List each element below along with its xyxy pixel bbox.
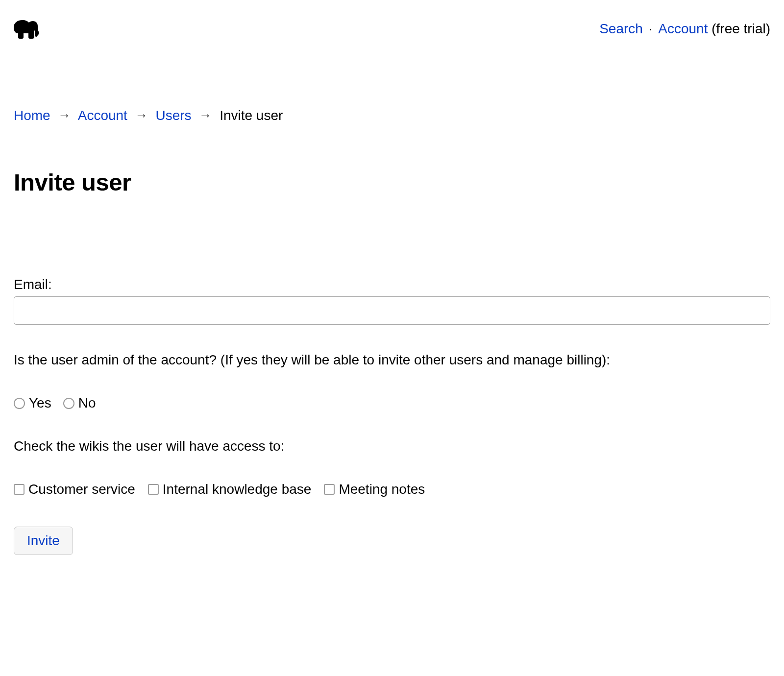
wiki-option-internal-kb[interactable]: Internal knowledge base [148,482,312,497]
admin-question: Is the user admin of the account? (If ye… [14,352,770,368]
admin-no-option[interactable]: No [63,395,96,411]
email-group: Email: [14,277,770,325]
header: Search · Account (free trial) [14,19,770,39]
wiki-label: Internal knowledge base [163,482,312,497]
trial-label-text: (free trial) [711,21,770,36]
wiki-label: Customer service [28,482,135,497]
arrow-icon: → [199,108,212,123]
arrow-icon: → [135,108,148,123]
breadcrumb-users[interactable]: Users [155,108,191,123]
separator: · [649,21,657,36]
wiki-label: Meeting notes [339,482,425,497]
admin-yes-option[interactable]: Yes [14,395,51,411]
admin-yes-label: Yes [29,395,51,411]
account-link[interactable]: Account [658,21,708,36]
wiki-option-customer-service[interactable]: Customer service [14,482,135,497]
email-field[interactable] [14,296,770,325]
breadcrumb: Home → Account → Users → Invite user [14,108,770,123]
search-link[interactable]: Search [599,21,643,36]
breadcrumb-current: Invite user [220,108,283,123]
logo-icon[interactable] [14,19,39,39]
breadcrumb-home[interactable]: Home [14,108,50,123]
wikis-label: Check the wikis the user will have acces… [14,438,770,454]
wiki-checkbox[interactable] [324,484,335,495]
arrow-icon: → [58,108,71,123]
header-nav: Search · Account (free trial) [599,21,770,37]
email-label: Email: [14,277,770,292]
wiki-checkbox[interactable] [148,484,159,495]
wikis-checkbox-group: Customer service Internal knowledge base… [14,482,770,497]
admin-no-radio[interactable] [63,398,74,409]
wiki-option-meeting-notes[interactable]: Meeting notes [324,482,425,497]
admin-no-label: No [78,395,96,411]
breadcrumb-account[interactable]: Account [78,108,127,123]
admin-yes-radio[interactable] [14,398,25,409]
invite-button[interactable]: Invite [14,527,73,555]
page-title: Invite user [14,169,770,196]
wiki-checkbox[interactable] [14,484,24,495]
admin-radio-group: Yes No [14,395,770,411]
